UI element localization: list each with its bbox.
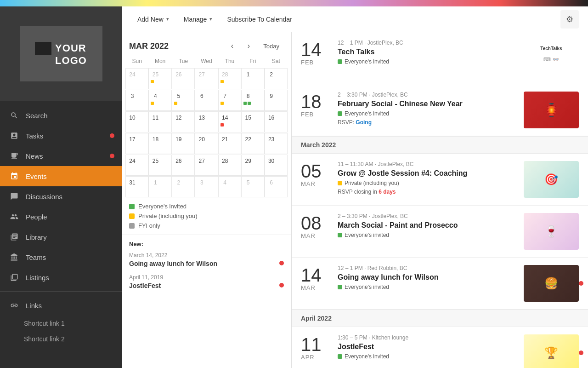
event-card-0-0[interactable]: 14FEB12 – 1 PM · JostlePlex, BCTech Talk…: [292, 32, 588, 84]
today-button[interactable]: Today: [259, 41, 284, 52]
cal-cell-5-4[interactable]: 4: [218, 176, 241, 197]
cal-cell-5-6[interactable]: 6: [265, 176, 288, 197]
cal-cell-1-2[interactable]: 5: [172, 90, 195, 111]
cal-cell-1-1[interactable]: 4: [148, 90, 171, 111]
cal-cell-5-0[interactable]: 31: [125, 176, 148, 197]
sidebar-item-teams[interactable]: Teams: [0, 247, 122, 267]
cal-cell-0-5[interactable]: 1: [241, 68, 264, 89]
new-event-2-badge: [279, 283, 284, 288]
cal-num-1-1: 4: [151, 92, 160, 101]
event-time-loc: 2 – 3:30 PM · JostlePlex, BC: [338, 213, 518, 219]
shortcut1-label: Shortcut link 1: [24, 320, 65, 327]
cal-cell-2-3[interactable]: 13: [195, 111, 218, 132]
new-event-2[interactable]: April 11, 2019 JostleFest: [129, 274, 284, 290]
event-day-num: 08: [301, 214, 322, 232]
event-date-col: 05MAR: [301, 161, 333, 198]
cal-cell-1-3[interactable]: 6: [195, 90, 218, 111]
cal-cell-0-4[interactable]: 28: [218, 68, 241, 89]
cal-cell-2-5[interactable]: 15: [241, 111, 264, 132]
calendar-prev-button[interactable]: ‹: [226, 40, 238, 52]
sidebar-item-library[interactable]: Library: [0, 227, 122, 247]
event-tag-label: Everyone's invited: [345, 284, 389, 290]
sidebar-item-people[interactable]: People: [0, 207, 122, 227]
cal-num-2-2: 12: [174, 113, 183, 122]
subscribe-button[interactable]: Subscribe To Calendar: [220, 12, 298, 27]
cal-cell-3-4[interactable]: 21: [218, 133, 241, 154]
event-info: 12 – 1 PM · Red Robbin, BCGoing away lun…: [333, 265, 518, 302]
cal-cell-1-4[interactable]: 7: [218, 90, 241, 111]
cal-cell-4-5[interactable]: 29: [241, 155, 264, 176]
event-card-0-1[interactable]: 18FEB2 – 3:30 PM · JostlePlex, BCFebruar…: [292, 84, 588, 136]
cal-cell-0-3[interactable]: 27: [195, 68, 218, 89]
cal-cell-4-4[interactable]: 28: [218, 155, 241, 176]
sidebar-item-links[interactable]: Links: [0, 295, 122, 316]
cal-cell-4-6[interactable]: 30: [265, 155, 288, 176]
cal-cell-5-1[interactable]: 1: [148, 176, 171, 197]
manage-button[interactable]: Manage ▾: [177, 12, 219, 27]
event-card-1-2[interactable]: 14MAR12 – 1 PM · Red Robbin, BCGoing awa…: [292, 258, 588, 310]
cal-cell-2-6[interactable]: 16: [265, 111, 288, 132]
cal-cell-5-3[interactable]: 3: [195, 176, 218, 197]
cal-num-5-0: 31: [128, 178, 137, 187]
new-event-1[interactable]: March 14, 2022 Going away lunch for Wils…: [129, 252, 284, 268]
cal-cell-0-6[interactable]: 2: [265, 68, 288, 89]
cal-cell-2-0[interactable]: 10: [125, 111, 148, 132]
cal-num-0-1: 25: [151, 70, 160, 79]
cal-num-2-1: 11: [151, 113, 160, 122]
cal-cell-0-0[interactable]: 24: [125, 68, 148, 89]
calendar-panel: MAR 2022 ‹ › Today Sun Mon Tue Wed Thu F…: [122, 32, 292, 368]
sidebar-item-label-events: Events: [26, 172, 47, 180]
event-card-2-0[interactable]: 11APR1:30 – 5 PM · Kitchen loungeJostleF…: [292, 327, 588, 368]
cal-cell-1-6[interactable]: 9: [265, 90, 288, 111]
cal-cell-2-1[interactable]: 11: [148, 111, 171, 132]
shortcut2-label: Shortcut link 2: [24, 335, 65, 343]
cal-cell-5-2[interactable]: 2: [172, 176, 195, 197]
cal-cell-3-3[interactable]: 20: [195, 133, 218, 154]
cal-cell-3-6[interactable]: 23: [265, 133, 288, 154]
calendar-next-button[interactable]: ›: [242, 40, 255, 52]
add-new-button[interactable]: Add New ▾: [131, 12, 175, 27]
cal-cell-3-1[interactable]: 18: [148, 133, 171, 154]
sidebar-item-tasks[interactable]: Tasks: [0, 126, 122, 146]
sidebar-item-label-people: People: [26, 213, 47, 221]
sidebar-item-discussions[interactable]: Discussions: [0, 186, 122, 207]
cal-cell-0-2[interactable]: 26: [172, 68, 195, 89]
cal-cell-1-0[interactable]: 3: [125, 90, 148, 111]
cal-cell-1-5[interactable]: 8: [241, 90, 264, 111]
event-date-col: 18FEB: [301, 92, 333, 128]
event-tag-label: Everyone's invited: [345, 232, 389, 238]
cal-dot-green: [243, 102, 247, 105]
discussions-icon: [9, 191, 19, 201]
sidebar-item-news[interactable]: News: [0, 146, 122, 166]
cal-cell-4-2[interactable]: 26: [172, 155, 195, 176]
cal-cell-3-5[interactable]: 22: [241, 133, 264, 154]
cal-cell-3-2[interactable]: 19: [172, 133, 195, 154]
cal-cell-4-3[interactable]: 27: [195, 155, 218, 176]
new-event-2-date: April 11, 2019: [129, 274, 284, 281]
teams-icon: [9, 252, 19, 262]
legend-label-private: Private (including you): [138, 213, 198, 219]
cal-num-5-4: 4: [220, 178, 230, 187]
cal-num-4-0: 24: [128, 156, 137, 166]
event-month-label: MAR: [301, 284, 316, 291]
day-thu: Thu: [218, 56, 241, 66]
event-tag-dot: [338, 59, 342, 64]
cal-cell-2-2[interactable]: 12: [172, 111, 195, 132]
sidebar-item-search[interactable]: Search: [0, 105, 122, 126]
cal-cell-4-1[interactable]: 25: [148, 155, 171, 176]
cal-dot-yellow: [174, 102, 177, 105]
sidebar-item-shortcut1[interactable]: Shortcut link 1: [0, 316, 122, 331]
cal-cell-0-1[interactable]: 25: [148, 68, 171, 89]
cal-cell-2-4[interactable]: 14: [218, 111, 241, 132]
event-card-1-1[interactable]: 08MAR2 – 3:30 PM · JostlePlex, BCMarch S…: [292, 206, 588, 258]
sidebar-item-events[interactable]: Events: [0, 166, 122, 186]
settings-button[interactable]: ⚙: [560, 10, 579, 29]
cal-cell-3-0[interactable]: 17: [125, 133, 148, 154]
cal-cell-4-0[interactable]: 24: [125, 155, 148, 176]
rsvp-value[interactable]: Going: [356, 119, 372, 126]
main-content: Add New ▾ Manage ▾ Subscribe To Calendar…: [122, 6, 588, 368]
cal-cell-5-5[interactable]: 5: [241, 176, 264, 197]
event-card-1-0[interactable]: 05MAR11 – 11:30 AM · JostlePlex, BCGrow …: [292, 154, 588, 206]
sidebar-item-shortcut2[interactable]: Shortcut link 2: [0, 331, 122, 347]
sidebar-item-listings[interactable]: Listings: [0, 267, 122, 288]
